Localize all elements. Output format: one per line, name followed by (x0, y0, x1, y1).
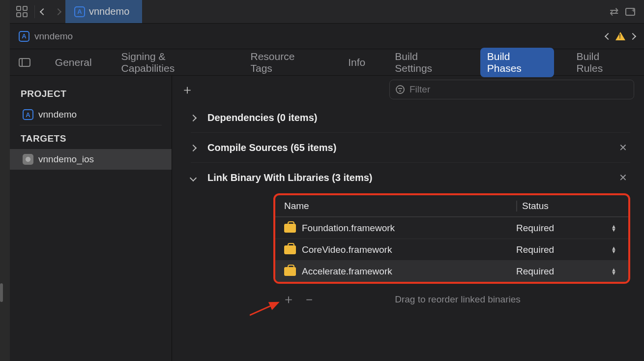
target-icon (23, 154, 33, 165)
breadcrumb-back[interactable] (606, 31, 611, 41)
tab-info[interactable]: Info (341, 54, 372, 71)
libraries-table: Name Status Foundation.framework Require… (275, 195, 628, 282)
toggle-sidebar-icon[interactable] (19, 58, 30, 67)
remove-phase-button[interactable]: ✕ (619, 172, 630, 183)
tab-resource-tags[interactable]: Resource Tags (243, 48, 325, 77)
column-status[interactable]: Status (516, 201, 619, 211)
add-editor-icon[interactable] (625, 8, 635, 16)
table-header: Name Status (275, 195, 628, 217)
framework-icon (284, 224, 296, 233)
project-row[interactable]: A vnndemo (10, 104, 172, 125)
remove-phase-button[interactable]: ✕ (619, 142, 630, 153)
filter-input[interactable] (410, 84, 628, 95)
tab-project[interactable]: A vnndemo (65, 0, 142, 23)
window-gutter (0, 0, 10, 361)
phases-toolbar: ＋ (172, 76, 644, 103)
tab-build-settings[interactable]: Build Settings (388, 48, 465, 77)
framework-name: CoreVideo.framework (302, 244, 392, 255)
stepper-icon[interactable]: ▲▼ (611, 246, 616, 253)
project-heading: PROJECT (10, 81, 172, 104)
swap-editors-icon[interactable]: ⇄ (610, 5, 618, 18)
disclosure-icon[interactable] (191, 143, 200, 153)
nav-back-button[interactable] (41, 6, 46, 17)
project-name: vnndemo (38, 109, 77, 120)
warning-icon[interactable] (615, 32, 625, 40)
framework-icon (284, 267, 296, 276)
framework-status[interactable]: Required (516, 266, 554, 277)
filter-icon (396, 85, 405, 94)
phase-title: Dependencies (0 items) (207, 112, 317, 123)
table-row[interactable]: Accelerate.framework Required▲▼ (275, 260, 628, 282)
svg-line-0 (250, 302, 278, 315)
annotation-arrow (250, 301, 284, 316)
phase-title: Compile Sources (65 items) (207, 142, 336, 153)
table-row[interactable]: CoreVideo.framework Required▲▼ (275, 239, 628, 260)
targets-sidebar: PROJECT A vnndemo TARGETS vnndemo_ios (10, 76, 172, 361)
table-row[interactable]: Foundation.framework Required▲▼ (275, 217, 628, 239)
separator (34, 5, 35, 18)
stepper-icon[interactable]: ▲▼ (611, 225, 616, 232)
tab-signing[interactable]: Signing & Capabilities (115, 48, 228, 77)
framework-name: Foundation.framework (302, 223, 395, 234)
app-icon: A (19, 31, 29, 42)
breadcrumb-forward[interactable] (630, 31, 635, 41)
libraries-table-highlight: Name Status Foundation.framework Require… (273, 193, 630, 284)
phase-title: Link Binary With Libraries (3 items) (207, 172, 372, 183)
disclosure-icon[interactable] (191, 113, 200, 123)
breadcrumb-bar: A vnndemo (10, 24, 644, 49)
app-icon: A (74, 6, 85, 17)
phase-header[interactable]: Link Binary With Libraries (3 items) ✕ (191, 172, 630, 183)
framework-icon (284, 245, 296, 254)
tab-title: vnndemo (89, 6, 129, 17)
targets-heading: TARGETS (10, 125, 172, 149)
phase-dependencies[interactable]: Dependencies (0 items) (191, 103, 630, 133)
disclosure-icon[interactable] (191, 173, 200, 183)
tab-build-rules[interactable]: Build Rules (570, 48, 636, 77)
framework-status[interactable]: Required (516, 244, 554, 255)
project-editor-tabs: General Signing & Capabilities Resource … (10, 49, 644, 76)
document-tabbar: A vnndemo ⇄ (10, 0, 644, 24)
column-name[interactable]: Name (284, 201, 516, 211)
tab-general[interactable]: General (48, 54, 99, 71)
add-phase-button[interactable]: ＋ (182, 84, 193, 95)
framework-name: Accelerate.framework (302, 266, 392, 277)
nav-forward-button[interactable] (56, 6, 60, 17)
reorder-hint: Drag to reorder linked binaries (294, 294, 621, 305)
libraries-footer: ＋ － Drag to reorder linked binaries (273, 291, 630, 308)
phase-compile-sources[interactable]: Compile Sources (65 items) ✕ (191, 133, 630, 163)
stepper-icon[interactable]: ▲▼ (611, 268, 616, 275)
target-row[interactable]: vnndemo_ios (10, 149, 172, 170)
breadcrumb-title[interactable]: vnndemo (34, 31, 73, 42)
related-items-icon[interactable] (15, 7, 29, 17)
framework-status[interactable]: Required (516, 223, 554, 234)
tab-build-phases[interactable]: Build Phases (480, 48, 554, 77)
app-icon: A (23, 109, 33, 120)
phase-link-binary: Link Binary With Libraries (3 items) ✕ N… (191, 163, 630, 317)
filter-field[interactable] (389, 80, 634, 99)
target-name: vnndemo_ios (38, 154, 94, 165)
